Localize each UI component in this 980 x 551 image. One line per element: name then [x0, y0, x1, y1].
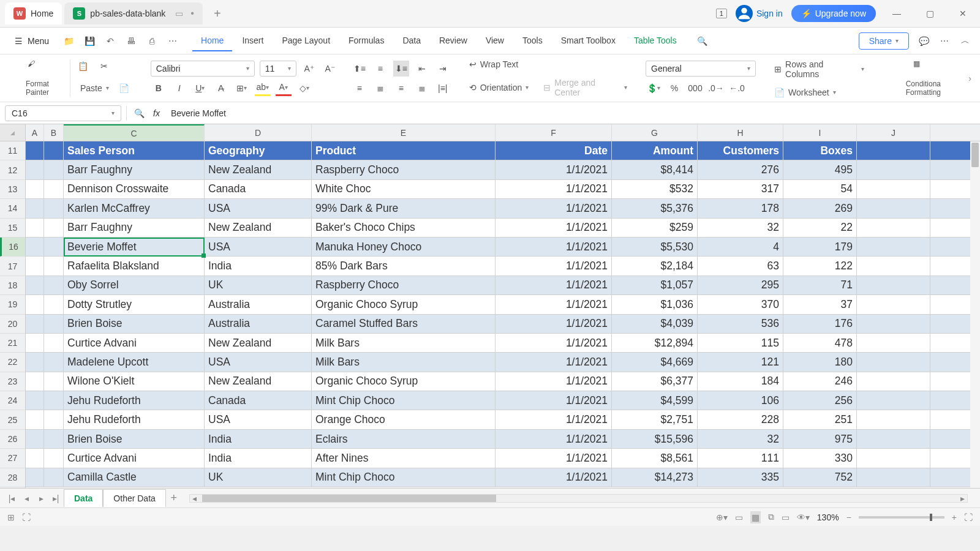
data-cell[interactable]	[26, 410, 44, 429]
share-button[interactable]: Share ▾	[859, 32, 909, 50]
data-cell[interactable]	[44, 219, 64, 237]
data-cell[interactable]: 4	[698, 238, 783, 256]
minimize-button[interactable]: ―	[884, 2, 909, 24]
data-cell[interactable]: Curtice Advani	[64, 449, 205, 467]
data-cell[interactable]	[44, 334, 64, 352]
col-header-A[interactable]: A	[26, 124, 44, 141]
data-cell[interactable]: 1/1/2021	[496, 276, 612, 294]
data-cell[interactable]: 121	[698, 353, 783, 371]
row-header-26[interactable]: 26	[0, 430, 25, 449]
rows-columns-button[interactable]: ⊞ Rows and Columns▾	[769, 57, 869, 81]
decrease-decimal-icon[interactable]: ←.0	[729, 80, 745, 96]
data-cell[interactable]	[857, 315, 930, 333]
data-cell[interactable]: Camilla Castle	[64, 468, 205, 487]
data-cell[interactable]: Organic Choco Syrup	[312, 295, 496, 313]
currency-icon[interactable]: 💲▾	[646, 80, 662, 96]
data-cell[interactable]: 1/1/2021	[496, 180, 612, 198]
menu-tab-page-layout[interactable]: Page Layout	[273, 31, 339, 51]
italic-button[interactable]: I	[172, 80, 187, 96]
data-cell[interactable]: 111	[698, 449, 783, 467]
tab-overflow-icon[interactable]: ▭	[175, 9, 183, 18]
ribbon-scroll-right-icon[interactable]: ›	[968, 73, 971, 83]
data-cell[interactable]	[857, 468, 930, 487]
font-size-combo[interactable]: 11▾	[260, 61, 296, 77]
data-cell[interactable]: 1/1/2021	[496, 430, 612, 448]
highlight-button[interactable]: ab▾	[255, 80, 271, 96]
row-header-23[interactable]: 23	[0, 372, 25, 391]
print-icon[interactable]: 🖶	[125, 35, 137, 47]
status-expand-icon[interactable]: ⛶	[22, 512, 31, 522]
header-cell[interactable]: Amount	[612, 141, 698, 160]
data-cell[interactable]: Beverie Moffet	[64, 238, 205, 256]
document-tab[interactable]: S pb-sales-data-blank ▭ •	[64, 2, 203, 24]
data-cell[interactable]: $4,039	[612, 315, 698, 333]
data-cell[interactable]	[26, 257, 44, 275]
cancel-formula-icon[interactable]: 🔍	[134, 108, 145, 118]
data-cell[interactable]: White Choc	[312, 180, 496, 198]
data-cell[interactable]: Madelene Upcott	[64, 353, 205, 371]
row-header-19[interactable]: 19	[0, 295, 25, 314]
maximize-button[interactable]: ▢	[918, 2, 942, 24]
data-cell[interactable]: $259	[612, 219, 698, 237]
data-cell[interactable]: 335	[698, 468, 783, 487]
data-cell[interactable]: Raspberry Choco	[312, 160, 496, 179]
align-center-icon[interactable]: ≣	[372, 80, 388, 96]
row-header-13[interactable]: 13	[0, 180, 25, 199]
col-header-I[interactable]: I	[783, 124, 857, 141]
row-header-24[interactable]: 24	[0, 391, 25, 410]
data-cell[interactable]	[26, 160, 44, 179]
row-header-22[interactable]: 22	[0, 353, 25, 372]
data-cell[interactable]	[26, 180, 44, 198]
data-cell[interactable]	[857, 353, 930, 371]
data-cell[interactable]: USA	[205, 353, 312, 371]
data-cell[interactable]: Dennison Crosswaite	[64, 180, 205, 198]
data-cell[interactable]	[26, 295, 44, 313]
eye-icon[interactable]: 👁▾	[797, 512, 810, 522]
data-cell[interactable]: After Nines	[312, 449, 496, 467]
col-header-D[interactable]: D	[205, 124, 312, 141]
data-cell[interactable]: 1/1/2021	[496, 315, 612, 333]
row-header-11[interactable]: 11	[0, 141, 25, 160]
strikethrough-button[interactable]: A̶	[213, 80, 229, 96]
data-cell[interactable]: $8,414	[612, 160, 698, 179]
status-mode-icon[interactable]: ⊞	[7, 512, 15, 522]
menu-tab-formulas[interactable]: Formulas	[340, 31, 393, 51]
menu-tab-review[interactable]: Review	[431, 31, 476, 51]
data-cell[interactable]: 1/1/2021	[496, 449, 612, 467]
header-cell[interactable]: Product	[312, 141, 496, 160]
data-cell[interactable]: Eclairs	[312, 430, 496, 448]
data-cell[interactable]	[44, 180, 64, 198]
data-cell[interactable]: Curtice Advani	[64, 334, 205, 352]
data-cell[interactable]: 1/1/2021	[496, 160, 612, 179]
increase-font-icon[interactable]: A⁺	[301, 61, 317, 77]
data-cell[interactable]: 1/1/2021	[496, 238, 612, 256]
data-cell[interactable]	[44, 238, 64, 256]
row-header-25[interactable]: 25	[0, 410, 25, 429]
data-cell[interactable]: USA	[205, 199, 312, 217]
data-cell[interactable]	[44, 199, 64, 217]
data-cell[interactable]: 317	[698, 180, 783, 198]
justify-icon[interactable]: ≣	[414, 80, 430, 96]
header-cell[interactable]: Boxes	[783, 141, 857, 160]
data-cell[interactable]: $4,669	[612, 353, 698, 371]
data-cell[interactable]: $2,184	[612, 257, 698, 275]
close-button[interactable]: ✕	[951, 2, 975, 24]
search-icon[interactable]: 🔍	[696, 35, 709, 47]
data-cell[interactable]: Manuka Honey Choco	[312, 238, 496, 256]
data-cell[interactable]	[857, 257, 930, 275]
data-cell[interactable]	[857, 219, 930, 237]
data-cell[interactable]: 99% Dark & Pure	[312, 199, 496, 217]
row-header-18[interactable]: 18	[0, 276, 25, 295]
next-sheet-icon[interactable]: ▸	[34, 492, 48, 505]
data-cell[interactable]: $5,376	[612, 199, 698, 217]
comment-icon[interactable]: 💬	[918, 35, 930, 47]
paste-button[interactable]: Paste▾ 📄	[75, 78, 137, 99]
data-cell[interactable]	[44, 295, 64, 313]
data-cell[interactable]	[26, 238, 44, 256]
data-cell[interactable]: 295	[698, 276, 783, 294]
data-cell[interactable]	[857, 276, 930, 294]
data-cell[interactable]: New Zealand	[205, 334, 312, 352]
data-cell[interactable]	[26, 449, 44, 467]
print-preview-icon[interactable]: ⎙	[146, 35, 158, 47]
data-cell[interactable]: $5,530	[612, 238, 698, 256]
